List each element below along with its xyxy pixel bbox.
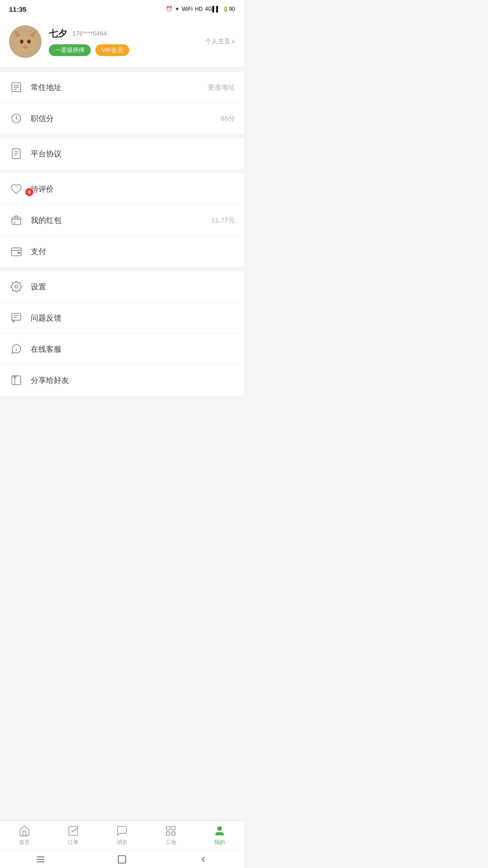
menu-item-credit[interactable]: 职信分 86分 — [0, 103, 244, 134]
menu-item-support[interactable]: 在线客服 — [0, 334, 244, 365]
menu-group-4: 设置 问题反馈 在线客服 分享给好友 — [0, 271, 244, 396]
signal-icon: 4G▌▌ — [205, 6, 220, 12]
svg-point-5 — [27, 40, 31, 44]
svg-point-6 — [24, 45, 27, 47]
svg-point-4 — [20, 40, 23, 44]
menu-item-redpacket[interactable]: ¥ 我的红包 11.77元 — [0, 205, 244, 236]
menu-item-share[interactable]: 分享给好友 — [0, 365, 244, 396]
support-icon — [9, 342, 23, 356]
svg-rect-16 — [12, 149, 20, 159]
menu-group-3: 0 待评价 ¥ 我的红包 11.77元 支付 — [0, 174, 244, 267]
svg-point-3 — [15, 34, 35, 52]
share-icon — [9, 373, 23, 387]
profile-badges: 一星级师傅 VIP会员 — [49, 44, 201, 56]
review-badge: 0 — [25, 188, 33, 196]
menu-item-address[interactable]: 常住地址 更改地址 — [0, 72, 244, 103]
address-label: 常住地址 — [31, 82, 208, 93]
wifi-icon: WiFi — [182, 6, 192, 12]
feedback-icon — [9, 311, 23, 325]
status-bar: 11:35 ⏰ ✦ WiFi HD 4G▌▌ 🔋90 — [0, 0, 244, 16]
menu-item-settings[interactable]: 设置 — [0, 271, 244, 302]
redpacket-value: 11.77元 — [211, 216, 235, 225]
credit-label: 职信分 — [31, 113, 221, 124]
badge-master: 一星级师傅 — [49, 44, 91, 56]
profile-info: 七夕 176****6464 一星级师傅 VIP会员 — [49, 28, 201, 56]
status-icons: ⏰ ✦ WiFi HD 4G▌▌ 🔋90 — [166, 6, 235, 12]
settings-label: 设置 — [31, 282, 235, 292]
avatar — [9, 25, 42, 58]
profile-name: 七夕 — [49, 28, 67, 40]
credit-value: 86分 — [221, 114, 235, 123]
doc-icon — [9, 146, 23, 161]
feedback-label: 问题反馈 — [31, 313, 235, 323]
review-label: 待评价 — [31, 184, 235, 194]
profile-section: 七夕 176****6464 一星级师傅 VIP会员 个人主页 > — [0, 16, 244, 67]
svg-rect-28 — [12, 376, 21, 385]
battery-icon: 🔋90 — [222, 6, 235, 12]
wallet-icon — [9, 244, 23, 259]
menu-group-1: 常住地址 更改地址 职信分 86分 — [0, 72, 244, 134]
svg-rect-25 — [12, 313, 21, 320]
profile-link[interactable]: 个人主页 > — [205, 38, 235, 46]
svg-text:¥: ¥ — [13, 221, 16, 225]
svg-rect-23 — [18, 252, 20, 254]
support-label: 在线客服 — [31, 344, 235, 354]
menu-item-protocol[interactable]: 平台协议 — [0, 138, 244, 169]
status-time: 11:35 — [9, 5, 26, 13]
menu-group-2: 平台协议 — [0, 138, 244, 169]
profile-phone: 176****6464 — [72, 30, 107, 37]
menu-item-review[interactable]: 0 待评价 — [0, 174, 244, 205]
share-label: 分享给好友 — [31, 375, 235, 386]
payment-label: 支付 — [31, 246, 235, 257]
protocol-label: 平台协议 — [31, 149, 235, 159]
redpacket-label: 我的红包 — [31, 215, 211, 226]
review-icon: 0 — [9, 182, 23, 196]
credit-icon — [9, 111, 23, 126]
address-value: 更改地址 — [208, 83, 235, 92]
alarm-icon: ⏰ — [166, 6, 173, 12]
bluetooth-icon: ✦ — [175, 6, 179, 12]
menu-item-feedback[interactable]: 问题反馈 — [0, 302, 244, 334]
gear-icon — [9, 279, 23, 294]
svg-point-24 — [15, 285, 18, 288]
profile-link-label: 个人主页 — [205, 38, 230, 46]
hd-icon: HD — [195, 6, 202, 12]
profile-link-arrow: > — [231, 38, 235, 45]
building-icon — [9, 80, 23, 94]
menu-item-payment[interactable]: 支付 — [0, 236, 244, 267]
redpacket-icon: ¥ — [9, 213, 23, 227]
badge-vip: VIP会员 — [95, 44, 129, 56]
